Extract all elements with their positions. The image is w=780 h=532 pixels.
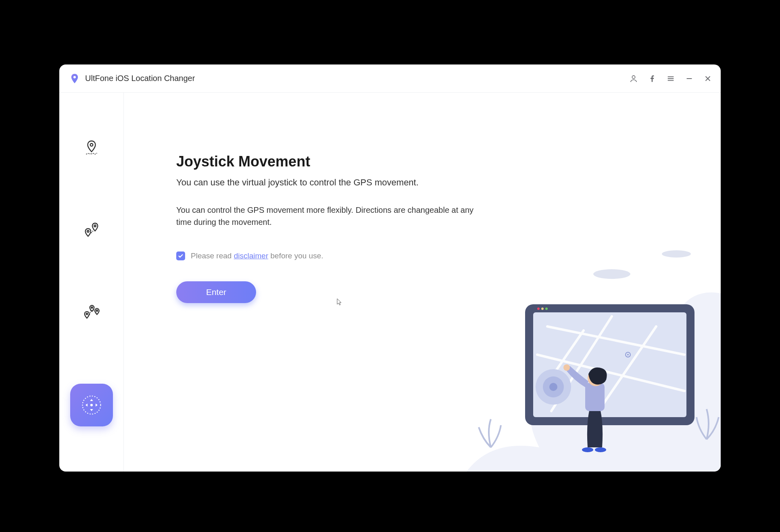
disclaimer-checkbox[interactable]	[176, 251, 185, 260]
svg-point-12	[91, 307, 92, 308]
svg-rect-18	[525, 304, 694, 425]
svg-point-24	[543, 376, 564, 397]
disclaimer-prefix: Please read	[191, 251, 234, 260]
page-subheading: You can use the virtual joystick to cont…	[176, 177, 483, 188]
disclaimer-suffix: before you use.	[268, 251, 323, 260]
svg-point-8	[90, 143, 93, 146]
app-logo: UltFone iOS Location Changer	[69, 73, 195, 84]
svg-point-0	[73, 76, 76, 78]
disclaimer-link[interactable]: disclaimer	[234, 251, 269, 260]
titlebar-actions	[628, 73, 713, 84]
logo-icon	[69, 73, 80, 84]
svg-point-10	[94, 225, 96, 227]
cursor-icon	[337, 298, 342, 307]
disclaimer-row: Please read disclaimer before you use.	[176, 251, 721, 260]
svg-point-9	[87, 231, 89, 233]
svg-point-13	[96, 310, 97, 311]
close-button[interactable]	[702, 73, 713, 84]
svg-point-25	[549, 383, 557, 391]
svg-point-16	[593, 269, 630, 279]
svg-point-29	[563, 364, 570, 371]
minimize-button[interactable]	[684, 73, 695, 84]
svg-rect-28	[585, 383, 605, 411]
svg-point-15	[90, 404, 92, 406]
account-icon[interactable]	[628, 73, 639, 84]
svg-point-23	[536, 369, 571, 405]
svg-point-11	[86, 313, 88, 315]
titlebar: UltFone iOS Location Changer	[59, 64, 721, 93]
sidebar-item-change-location[interactable]	[81, 137, 102, 159]
sidebar-item-single-spot[interactable]	[81, 219, 102, 241]
svg-point-30	[588, 370, 604, 386]
page-description: You can control the GPS movement more fl…	[176, 204, 483, 228]
svg-point-20	[537, 308, 540, 310]
menu-icon[interactable]	[665, 73, 676, 84]
svg-point-32	[595, 447, 606, 452]
svg-point-27	[627, 354, 629, 355]
svg-rect-19	[533, 312, 686, 417]
app-title: UltFone iOS Location Changer	[85, 74, 195, 83]
disclaimer-text: Please read disclaimer before you use.	[191, 251, 323, 260]
app-body: Joystick Movement You can use the virtua…	[59, 93, 721, 472]
main-content: Joystick Movement You can use the virtua…	[124, 93, 721, 472]
sidebar	[59, 93, 124, 472]
svg-point-31	[582, 447, 593, 452]
svg-point-22	[545, 308, 548, 310]
svg-point-26	[626, 352, 630, 357]
facebook-icon[interactable]	[647, 73, 658, 84]
page-heading: Joystick Movement	[176, 153, 721, 170]
svg-point-21	[541, 308, 544, 310]
enter-button[interactable]: Enter	[176, 281, 256, 303]
sidebar-item-multi-spot[interactable]	[81, 301, 102, 323]
app-window: UltFone iOS Location Changer	[59, 64, 721, 472]
svg-point-1	[632, 75, 635, 78]
sidebar-item-joystick[interactable]	[70, 384, 113, 426]
